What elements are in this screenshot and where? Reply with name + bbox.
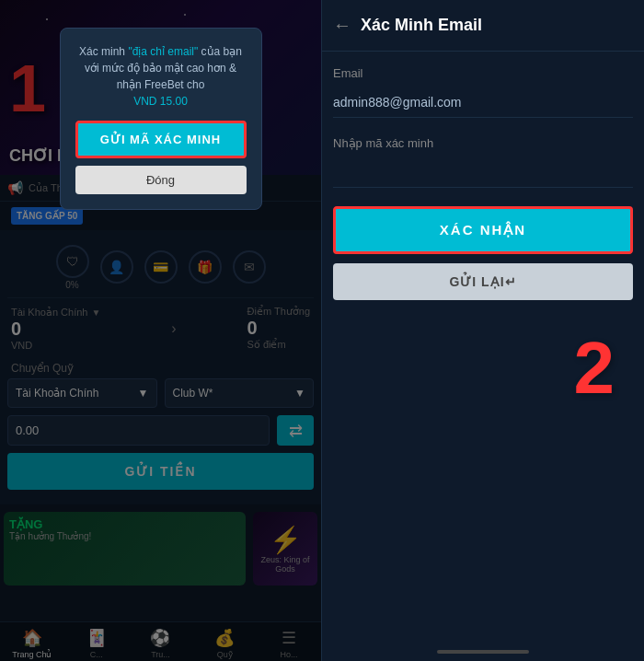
home-indicator [437,650,529,654]
modal-description: Xác minh "địa chỉ email" của bạn với mức… [75,43,247,110]
email-display: admin888@gmail.com [333,87,633,118]
send-verification-code-button[interactable]: GỬI MÃ XÁC MINH [75,121,247,158]
right-panel: ← Xác Minh Email Email admin888@gmail.co… [322,0,644,661]
modal-amount: VND 15.00 [133,95,188,108]
modal-email-highlight: "địa chỉ email" [128,45,198,58]
email-verify-modal: Xác minh "địa chỉ email" của bạn với mức… [60,28,262,210]
code-label: Nhập mã xác minh [333,136,633,150]
right-header: ← Xác Minh Email [322,0,644,52]
email-field-group: Email admin888@gmail.com [333,66,633,118]
left-panel: CHƠI HAY, T 1 Xác minh "địa chỉ email" c… [0,0,322,661]
email-label: Email [333,66,633,80]
code-field-group: Nhập mã xác minh [333,136,633,188]
back-button[interactable]: ← [333,15,351,36]
modal-overlay: Xác minh "địa chỉ email" của bạn với mức… [0,0,321,661]
number-2-badge: 2 [574,326,615,411]
page-title: Xác Minh Email [361,16,482,35]
right-content: Email admin888@gmail.com Nhập mã xác min… [322,52,644,643]
confirm-button[interactable]: XÁC NHẬN [333,206,633,254]
modal-close-button[interactable]: Đóng [75,166,247,194]
resend-button[interactable]: GỬI LẠI↵ [333,263,633,300]
verification-code-input[interactable] [333,157,633,188]
right-footer [322,643,644,661]
